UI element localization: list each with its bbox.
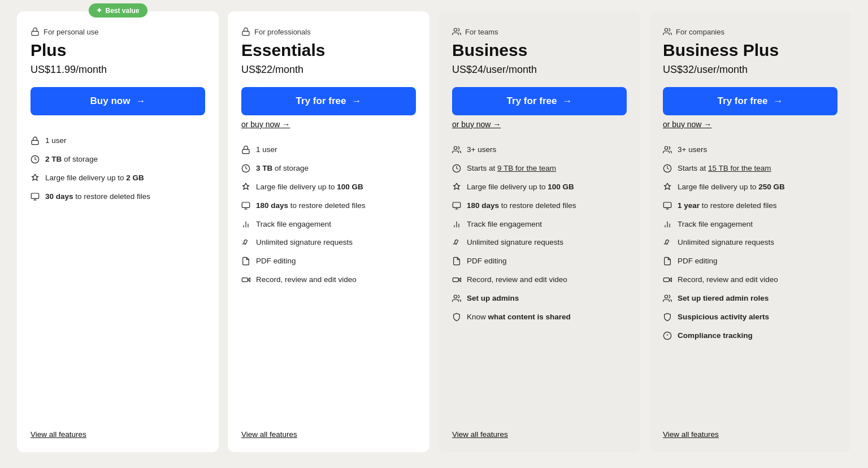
pdf-icon [452,257,461,266]
feature-item: 2 TB of storage [31,154,205,165]
feature-item: Set up admins [452,293,627,304]
feature-item: Starts at 9 TB for the team [452,163,627,174]
view-all-link-plus[interactable]: View all features [31,417,205,439]
feature-item: Compliance tracking [663,331,837,341]
plan-name-essentials: Essentials [241,41,416,59]
plan-audience-business: For teams [452,27,627,36]
plan-card-business: For teams Business US$24/user/month Try … [439,11,640,452]
shield-icon [452,313,461,322]
feature-item: Large file delivery up to 100 GB [241,182,416,193]
feature-item: Track file engagement [663,219,837,230]
feature-item: Set up tiered admin roles [663,293,837,304]
best-value-badge: ✦ Best value [88,3,147,18]
view-all-link-business-plus[interactable]: View all features [663,417,837,439]
try-free-button-essentials[interactable]: Try for free → [241,87,416,115]
feature-item: 3 TB of storage [241,163,416,174]
feature-item: 1 user [241,145,416,155]
storage-icon [241,164,250,173]
feature-item: 30 days to restore deleted files [31,192,205,202]
buy-now-link-business[interactable]: or buy now → [452,120,627,129]
feature-item: Track file engagement [452,219,627,230]
shield-alert-icon [663,313,672,322]
feature-item: Suspicious activity alerts [663,312,837,323]
feature-item: Unlimited signature requests [663,237,837,248]
users-icon [452,145,461,154]
plan-audience-plus: For personal use [31,27,205,36]
svg-rect-5 [242,149,249,153]
svg-rect-11 [242,278,248,282]
feature-item: PDF editing [452,256,627,267]
feature-item: Record, review and edit video [663,275,837,285]
restore-icon [452,201,461,210]
feature-item: Track file engagement [241,219,416,230]
plan-price-plus: US$11.99/month [31,64,205,76]
plan-audience-essentials: For professionals [241,27,416,36]
arrow-icon: → [562,96,572,107]
features-list-business: 3+ users Starts at 9 TB for the team Lar… [452,145,627,417]
compliance-icon [663,331,672,340]
buy-now-button-plus[interactable]: Buy now → [31,87,205,115]
svg-point-22 [454,295,457,298]
admin-icon [452,294,461,303]
rocket-icon [241,183,250,192]
buy-now-link-business-plus[interactable]: or buy now → [663,120,837,129]
user-icon [241,27,250,36]
feature-item: 180 days to restore deleted files [241,201,416,211]
svg-marker-12 [248,278,250,282]
svg-rect-0 [32,31,38,35]
feature-item: Record, review and edit video [241,275,416,285]
plan-price-business: US$24/user/month [452,64,627,76]
features-list-essentials: 1 user 3 TB of storage Large file delive… [241,145,416,417]
svg-rect-30 [663,278,669,282]
user-icon [241,145,250,154]
video-icon [452,275,461,284]
feature-item: Starts at 15 TB for the team [663,163,837,174]
svg-point-32 [665,295,667,298]
plan-audience-business-plus: For companies [663,27,837,36]
buy-now-link-essentials[interactable]: or buy now → [241,120,416,129]
arrow-icon: → [773,96,783,107]
video-icon [241,275,250,284]
users-icon [663,145,672,154]
restore-icon [663,201,672,210]
feature-item: 180 days to restore deleted files [452,201,627,211]
restore-icon [241,201,250,210]
svg-marker-21 [458,278,461,282]
feature-item: Unlimited signature requests [452,237,627,248]
plan-price-business-plus: US$32/user/month [663,64,837,76]
restore-icon [31,192,40,201]
feature-item: PDF editing [663,256,837,267]
chart-icon [663,220,672,229]
pricing-grid: ✦ Best value For personal use Plus US$11… [17,11,851,452]
plan-name-business-plus: Business Plus [663,41,837,59]
pdf-icon [241,257,250,266]
svg-rect-26 [663,202,671,207]
feature-item: 3+ users [663,145,837,155]
plan-card-business-plus: For companies Business Plus US$32/user/m… [649,11,851,452]
feature-item: 3+ users [452,145,627,155]
try-free-button-business-plus[interactable]: Try for free → [663,87,837,115]
plan-price-essentials: US$22/month [241,64,416,76]
rocket-icon [452,183,461,192]
view-all-link-business[interactable]: View all features [452,417,627,439]
feature-item: PDF editing [241,256,416,267]
pdf-icon [663,257,672,266]
svg-rect-3 [31,193,38,198]
svg-rect-1 [32,140,38,144]
users-icon [663,27,672,36]
feature-item: Large file delivery up to 2 GB [31,173,205,184]
chart-icon [241,220,250,229]
feature-item: Unlimited signature requests [241,237,416,248]
view-all-link-essentials[interactable]: View all features [241,417,416,439]
feature-item: Large file delivery up to 100 GB [452,182,627,193]
try-free-button-business[interactable]: Try for free → [452,87,627,115]
features-list-plus: 1 user 2 TB of storage Large file delive… [31,136,205,417]
feature-item: Record, review and edit video [452,275,627,285]
svg-rect-20 [453,278,458,282]
storage-icon [663,164,672,173]
signature-icon [663,238,672,247]
svg-point-24 [665,146,667,149]
storage-icon [31,155,40,164]
rocket-icon [31,174,40,183]
feature-item: 1 year to restore deleted files [663,201,837,211]
